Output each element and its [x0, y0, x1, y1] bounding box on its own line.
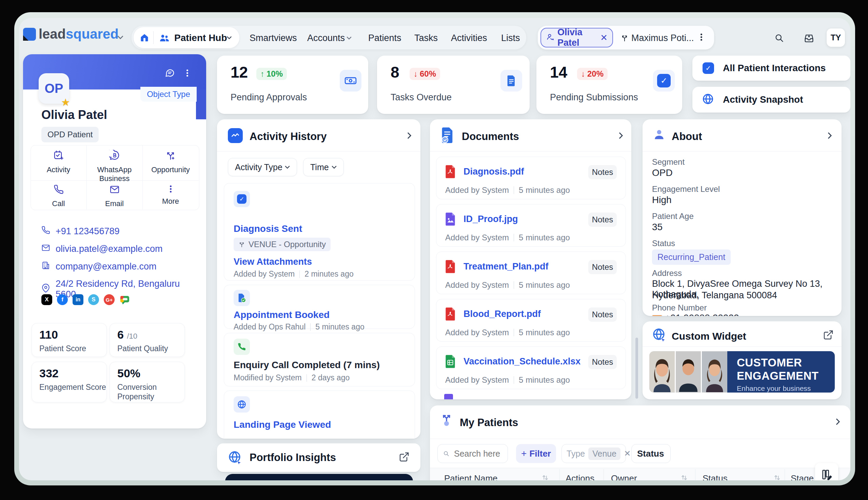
action-call[interactable]: Call — [31, 184, 87, 208]
action-opportunity[interactable]: Opportunity — [143, 150, 199, 174]
col-status[interactable]: Status — [702, 473, 728, 480]
action-whatsapp-business[interactable]: WhatsApp Business — [87, 150, 143, 183]
col-patient-name[interactable]: Patient Name — [444, 473, 498, 480]
document-name-link: Blood_Report.pdf — [463, 309, 541, 319]
chip-value: Venue — [588, 447, 620, 460]
notes-button[interactable]: Notes — [588, 307, 617, 322]
view-attachments-link[interactable]: View Attachments — [234, 257, 312, 267]
inbox-icon[interactable] — [803, 33, 814, 45]
phone-green-icon — [234, 339, 250, 355]
tab-olivia-patel[interactable]: Olivia Patel ✕ — [540, 28, 613, 47]
activity-item[interactable]: Enquiry Call Completed (7 mins) Modified… — [224, 333, 415, 386]
tab-maximus[interactable]: Maximus Poti... — [631, 33, 694, 43]
quick-link-activity-snapshot[interactable]: Activity Snapshot — [692, 87, 850, 113]
col-stage[interactable]: Stage — [791, 473, 814, 480]
status-dropdown[interactable]: Status — [631, 444, 671, 463]
social-google-plus-icon[interactable]: G+ — [104, 294, 115, 305]
search-icon[interactable] — [775, 33, 784, 44]
stat-delta-badge: ↑10% — [256, 68, 287, 80]
task-check-icon: ✓ — [653, 70, 675, 92]
activity-item[interactable]: Landing Page Viewed — [224, 390, 415, 439]
action-activity[interactable]: Activity — [31, 150, 87, 174]
document-name-link: Vaccination_Schedule.xlsx — [463, 356, 580, 367]
nav-link-lists[interactable]: Lists — [501, 33, 520, 43]
activity-item[interactable]: Appointment Booked Added by Ops Rahul 5 … — [224, 285, 415, 329]
brand-name[interactable]: leadsquared — [39, 26, 119, 42]
stat-card-tasks-overdue[interactable]: 8 ↓60% Tasks Overdue — [377, 56, 530, 114]
document-row[interactable]: Diagnosis.pdf Notes Added by System5 min… — [436, 157, 626, 199]
nav-link-patients[interactable]: Patients — [368, 33, 402, 43]
field-value: Hyderabad, Telangana 500084 — [652, 290, 777, 301]
contact-email[interactable]: olivia.patel@example.com — [41, 243, 163, 254]
notes-button[interactable]: Notes — [588, 213, 617, 227]
scrollbar-thumb[interactable] — [635, 338, 638, 399]
tabs-kebab-icon[interactable] — [700, 33, 702, 42]
chevron-right-icon[interactable] — [835, 418, 840, 426]
stat-label: Pending Submissions — [550, 92, 638, 103]
widget-banner[interactable]: CUSTOMER ENGAGEMENT Enhance your busines… — [649, 351, 835, 393]
action-more[interactable]: More — [143, 184, 199, 206]
social-google-chat-icon[interactable] — [119, 294, 130, 305]
sort-icon[interactable] — [542, 474, 549, 480]
logo[interactable] — [23, 28, 36, 41]
app-window: leadsquared Patient Hub Smartviews Accou… — [19, 18, 850, 480]
social-linkedin-icon[interactable]: in — [72, 294, 83, 305]
notes-button[interactable]: Notes — [588, 355, 617, 369]
col-owner[interactable]: Owner — [611, 473, 637, 480]
notes-button[interactable]: Notes — [588, 260, 617, 274]
portfolio-insights-panel[interactable]: Portfolio Insights — [217, 443, 420, 472]
stat-card-pending-submissions[interactable]: 14 ↓20% Pending Submissions ✓ — [537, 56, 682, 114]
patient-hub-chevron-icon[interactable] — [226, 36, 232, 39]
activity-item[interactable]: ✓ Diagnosis Sent VENUE - Opportunity Vie… — [224, 183, 415, 281]
search-input[interactable] — [453, 448, 502, 459]
home-icon[interactable] — [140, 33, 149, 44]
more-icon — [170, 184, 171, 194]
filter-time[interactable]: Time — [303, 158, 344, 176]
social-x-icon[interactable]: X — [41, 294, 52, 305]
notes-button[interactable]: Notes — [588, 165, 617, 179]
nav-link-activities[interactable]: Activities — [451, 33, 487, 43]
nav-link-tasks[interactable]: Tasks — [414, 33, 438, 43]
social-facebook-icon[interactable]: f — [57, 294, 68, 305]
object-type-tab[interactable]: Object Type — [140, 87, 197, 102]
chevron-right-icon[interactable] — [407, 132, 412, 140]
social-skype-icon[interactable]: S — [88, 294, 99, 305]
stat-delta-badge: ↓20% — [577, 68, 608, 80]
nav-link-smartviews[interactable]: Smartviews — [250, 33, 297, 43]
action-email[interactable]: Email — [87, 184, 143, 208]
nav-patient-hub[interactable]: Patient Hub — [174, 33, 227, 43]
sort-icon[interactable] — [681, 474, 688, 480]
type-filter-chip[interactable]: Type Venue ✕ — [562, 444, 626, 463]
stat-value: 8 — [391, 63, 399, 81]
col-actions[interactable]: Actions — [565, 473, 594, 480]
meta-by: Added by Ops Rahul — [234, 322, 305, 331]
user-avatar[interactable]: TY — [827, 29, 845, 47]
chat-icon[interactable] — [165, 68, 175, 79]
stat-value: 14 — [550, 63, 567, 81]
document-row[interactable]: ID_Proof.jpg Notes Added by System5 minu… — [436, 204, 626, 247]
chevron-right-icon[interactable] — [618, 132, 623, 140]
filter-button[interactable]: + Filter — [516, 444, 556, 463]
column-settings-button[interactable] — [815, 463, 838, 480]
filter-activity-type[interactable]: Activity Type — [228, 158, 297, 176]
external-link-icon[interactable] — [399, 452, 409, 464]
sort-icon[interactable] — [774, 474, 780, 480]
star-icon[interactable]: ★ — [61, 96, 70, 108]
nav-link-accounts[interactable]: Accounts — [307, 33, 345, 43]
chevron-down-icon — [331, 166, 337, 169]
chevron-right-icon[interactable] — [827, 132, 832, 140]
tab-close-icon[interactable]: ✕ — [600, 33, 608, 43]
contact-phone[interactable]: +91 123456789 — [41, 226, 119, 237]
external-link-icon[interactable] — [823, 329, 834, 342]
contact-company-email[interactable]: company@example.com — [41, 261, 157, 272]
document-row[interactable]: Blood_Report.pdf Notes Added by System5 … — [436, 299, 626, 342]
document-row[interactable]: Vaccination_Schedule.xlsx Notes Added by… — [436, 346, 626, 389]
patient-card-kebab-icon[interactable] — [187, 68, 188, 78]
accounts-chevron-icon[interactable] — [347, 36, 352, 39]
brand-chevron-down-icon[interactable] — [117, 35, 123, 39]
chip-close-icon[interactable]: ✕ — [624, 449, 631, 458]
quick-link-all-interactions[interactable]: ✓ All Patient Interactions — [692, 56, 850, 81]
document-row[interactable]: Treatment_Plan.pdf Notes Added by System… — [436, 251, 626, 294]
stat-card-pending-approvals[interactable]: 12 ↑10% Pending Approvals — [217, 56, 368, 114]
search-box[interactable] — [437, 444, 508, 463]
